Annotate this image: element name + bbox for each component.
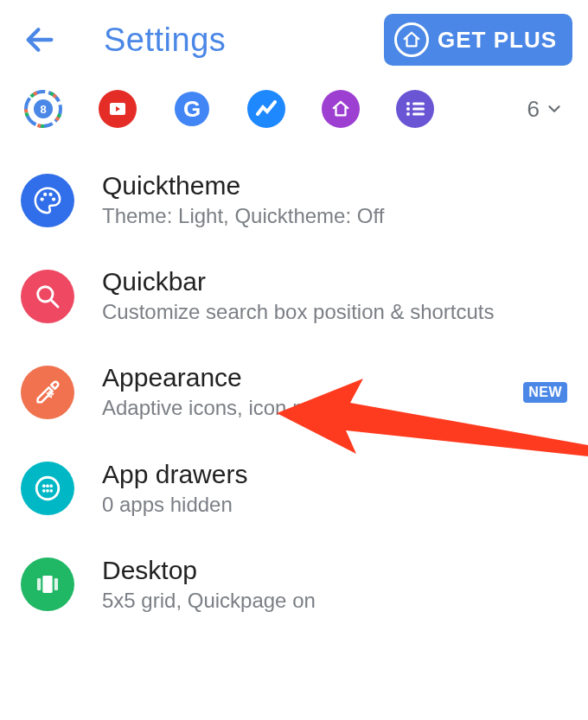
svg-point-16 [52, 197, 55, 201]
svg-rect-12 [412, 113, 425, 116]
svg-point-18 [36, 477, 59, 500]
svg-rect-25 [42, 576, 52, 593]
back-button[interactable] [22, 22, 57, 57]
svg-point-11 [406, 112, 410, 116]
row-title: App drawers [102, 460, 567, 489]
settings-list: Quicktheme Theme: Light, Quicktheme: Off… [0, 152, 588, 633]
row-subtitle: Adaptive icons, icon packs [102, 394, 495, 421]
app-shortcut-row: 8 G 6 [0, 73, 588, 152]
chevron-down-icon [545, 99, 564, 118]
dots-icon [21, 462, 74, 515]
new-badge: NEW [523, 382, 567, 403]
row-text: Quickbar Customize search box position &… [102, 267, 567, 325]
svg-point-22 [42, 489, 46, 493]
app-icon-home[interactable] [322, 90, 360, 128]
list-icon [405, 100, 425, 118]
svg-point-19 [42, 484, 46, 487]
row-subtitle: 5x5 grid, Quickpage on [102, 587, 567, 614]
app-row-more-count: 6 [527, 96, 540, 123]
home-small-icon [331, 99, 350, 118]
svg-point-24 [49, 489, 53, 493]
row-title: Quickbar [102, 267, 567, 296]
svg-point-13 [41, 197, 44, 201]
svg-text:8: 8 [40, 103, 46, 116]
app-icon-youtube[interactable] [99, 90, 137, 128]
header-bar: Settings GET PLUS [0, 0, 588, 73]
app-icon-list[interactable] [396, 90, 434, 128]
svg-rect-26 [37, 578, 41, 590]
row-desktop[interactable]: Desktop 5x5 grid, Quickpage on [0, 537, 588, 633]
svg-rect-10 [412, 108, 425, 111]
page-title: Settings [104, 22, 363, 59]
get-plus-label: GET PLUS [438, 27, 557, 54]
row-appearance[interactable]: Appearance Adaptive icons, icon packs NE… [0, 344, 588, 440]
get-plus-button[interactable]: GET PLUS [384, 14, 572, 66]
row-quickbar[interactable]: Quickbar Customize search box position &… [0, 248, 588, 344]
app-icon-messenger[interactable] [247, 90, 285, 128]
app-row-more[interactable]: 6 [527, 96, 564, 123]
svg-point-21 [49, 484, 53, 487]
svg-point-23 [46, 489, 49, 493]
svg-point-9 [406, 107, 410, 111]
svg-rect-27 [54, 578, 58, 590]
app-icon-ring[interactable]: 8 [24, 90, 62, 128]
row-text: Quicktheme Theme: Light, Quicktheme: Off [102, 171, 567, 229]
row-title: Desktop [102, 556, 567, 585]
row-title: Quicktheme [102, 171, 567, 201]
messenger-icon [256, 100, 277, 118]
row-subtitle: 0 apps hidden [102, 491, 567, 518]
youtube-icon [109, 102, 126, 116]
svg-point-20 [46, 484, 49, 487]
row-subtitle: Theme: Light, Quicktheme: Off [102, 202, 567, 229]
row-quicktheme[interactable]: Quicktheme Theme: Light, Quicktheme: Off [0, 152, 588, 248]
app-icon-google[interactable]: G [173, 90, 211, 128]
svg-rect-8 [412, 103, 425, 105]
google-icon: G [175, 92, 209, 126]
row-text: Desktop 5x5 grid, Quickpage on [102, 556, 567, 614]
row-subtitle: Customize search box position & shortcut… [102, 298, 567, 325]
svg-point-7 [406, 102, 410, 105]
row-title: Appearance [102, 363, 495, 392]
home-icon [394, 22, 429, 57]
svg-point-14 [43, 192, 47, 195]
palette-icon [21, 174, 74, 227]
carousel-icon [21, 558, 74, 611]
svg-point-15 [48, 192, 52, 195]
svg-text:G: G [183, 96, 201, 122]
row-text: App drawers 0 apps hidden [102, 460, 567, 518]
back-arrow-icon [22, 22, 57, 57]
row-app-drawers[interactable]: App drawers 0 apps hidden [0, 441, 588, 537]
row-text: Appearance Adaptive icons, icon packs [102, 363, 495, 421]
search-icon [21, 270, 74, 323]
design-icon [21, 366, 74, 419]
